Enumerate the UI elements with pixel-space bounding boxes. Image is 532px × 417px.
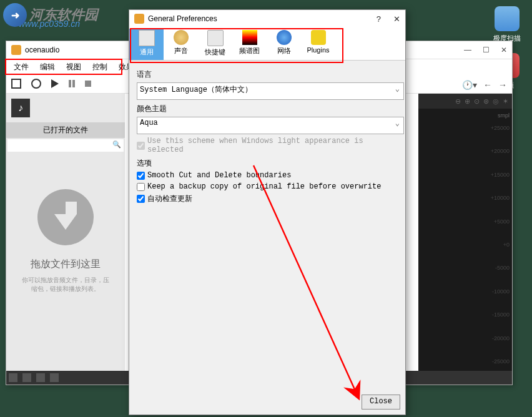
- scale-marks: +25000 +20000 +15000 +10000 +5000 +0 -50…: [485, 125, 510, 365]
- spectrum-icon: [242, 30, 257, 45]
- sb-icon4[interactable]: [50, 373, 59, 382]
- settings-icon[interactable]: ✶: [503, 97, 508, 105]
- tab-spectrum[interactable]: 频谱图: [232, 29, 267, 60]
- right-toolbar: 🕐▾ ← →: [407, 76, 512, 94]
- app-icon: [11, 45, 21, 55]
- menu-control[interactable]: 控制: [87, 61, 112, 74]
- drop-title: 拖放文件到这里: [6, 258, 125, 271]
- general-icon: [139, 30, 155, 46]
- download-icon: [37, 189, 94, 245]
- menu-edit[interactable]: 编辑: [35, 61, 60, 74]
- drop-subtitle1: 你可以拖放音频文件，目录，压: [6, 276, 125, 285]
- zoom-sel-icon[interactable]: ⊛: [483, 97, 489, 105]
- autoupdate-checkbox[interactable]: 自动检查更新: [137, 194, 398, 204]
- sb-icon3[interactable]: [36, 373, 45, 382]
- search-input[interactable]: [7, 139, 124, 152]
- zoom-fit-icon[interactable]: ⊙: [474, 97, 480, 105]
- scale-unit: smpl: [498, 112, 510, 119]
- scan-icon: [495, 6, 520, 31]
- watermark-logo-icon: ➜: [3, 3, 27, 27]
- sidebar: ♪ 已打开的文件 拖放文件到这里 你可以拖放音频文件，目录，压 缩包，链接和播放…: [6, 94, 125, 385]
- language-label: 语言: [137, 69, 398, 80]
- history-icon[interactable]: 🕐▾: [462, 80, 477, 90]
- prefs-tabs: 通用 声音 快捷键 频谱图 网络 Plugins: [129, 27, 405, 61]
- prefs-body: 语言 System Language（简体中文） 颜色主题 Aqua Use t…: [129, 61, 405, 212]
- options-label: 选项: [137, 158, 398, 169]
- close-button[interactable]: Close: [362, 395, 400, 410]
- prefs-title: General Preferences: [148, 14, 217, 23]
- tab-network[interactable]: 网络: [267, 29, 301, 60]
- desktop-icon-scan[interactable]: 极度扫描: [488, 6, 526, 43]
- menu-view[interactable]: 视图: [61, 61, 86, 74]
- sb-icon1[interactable]: [9, 373, 17, 382]
- scheme-checkbox: Use this scheme when Windows light appea…: [137, 137, 398, 154]
- tab-shortcuts[interactable]: 快捷键: [198, 29, 232, 60]
- note-icon[interactable]: ♪: [11, 99, 30, 117]
- tab-sound[interactable]: 声音: [164, 29, 198, 60]
- network-icon: [277, 30, 292, 45]
- target-icon[interactable]: ◎: [493, 97, 499, 105]
- record-button[interactable]: [31, 79, 41, 89]
- drop-subtitle2: 缩包，链接和播放列表。: [6, 285, 125, 293]
- zoom-in-icon[interactable]: ⊕: [465, 97, 470, 105]
- help-button[interactable]: ?: [377, 14, 381, 24]
- menu-file[interactable]: 文件: [9, 61, 34, 74]
- sound-icon: [174, 30, 189, 45]
- minimize-button[interactable]: —: [464, 46, 471, 54]
- drop-area[interactable]: 拖放文件到这里 你可以拖放音频文件，目录，压 缩包，链接和播放列表。: [6, 189, 125, 293]
- stop-button[interactable]: [11, 79, 21, 89]
- theme-select[interactable]: Aqua: [137, 117, 404, 134]
- keyboard-icon: [207, 30, 224, 46]
- sb-icon2[interactable]: [22, 373, 31, 382]
- watermark-text: 河东软件园: [29, 6, 98, 24]
- opened-files-header: 已打开的文件: [6, 122, 125, 138]
- waveform-panel: ⊖ ⊕ ⊙ ⊛ ◎ ✶ smpl +25000 +20000 +15000 +1…: [418, 94, 512, 371]
- tab-plugins[interactable]: Plugins: [301, 29, 335, 60]
- pause-button[interactable]: [69, 80, 75, 87]
- maximize-button[interactable]: ☐: [483, 46, 490, 54]
- prefs-close-x[interactable]: ✕: [393, 14, 400, 24]
- watermark: ➜ 河东软件园: [3, 3, 98, 27]
- language-select[interactable]: System Language（简体中文）: [137, 82, 404, 100]
- preferences-dialog: General Preferences ? ✕ 通用 声音 快捷键 频谱图 网络…: [129, 9, 406, 415]
- backup-checkbox[interactable]: Keep a backup copy of original file befo…: [137, 182, 398, 191]
- close-button[interactable]: ✕: [501, 46, 507, 54]
- play-button[interactable]: [51, 79, 59, 88]
- theme-label: 颜色主题: [137, 104, 398, 114]
- arrow-right-icon[interactable]: →: [498, 80, 507, 90]
- arrow-left-icon[interactable]: ←: [483, 80, 492, 90]
- main-title: ocenaudio: [25, 46, 59, 54]
- prefs-app-icon: [134, 14, 144, 24]
- plugin-icon: [311, 30, 326, 45]
- zoom-out-icon[interactable]: ⊖: [455, 97, 461, 105]
- tab-general[interactable]: 通用: [129, 29, 164, 60]
- smooth-cut-checkbox[interactable]: Smooth Cut and Delete boundaries: [137, 171, 398, 180]
- prefs-titlebar: General Preferences ? ✕: [129, 10, 405, 27]
- zoom-toolbar: ⊖ ⊕ ⊙ ⊛ ◎ ✶: [418, 94, 512, 109]
- stop2-button[interactable]: [85, 81, 91, 87]
